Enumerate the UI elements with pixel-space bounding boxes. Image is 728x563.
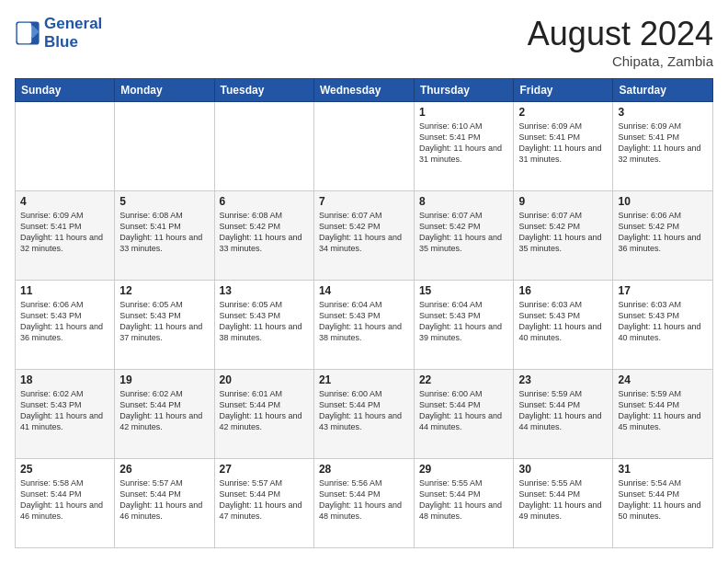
day-info: Sunrise: 6:00 AM Sunset: 5:44 PM Dayligh… bbox=[419, 388, 509, 433]
svg-rect-2 bbox=[17, 22, 31, 42]
day-number: 3 bbox=[618, 106, 708, 119]
calendar-cell: 3Sunrise: 6:09 AM Sunset: 5:41 PM Daylig… bbox=[613, 102, 713, 191]
calendar-cell bbox=[115, 102, 214, 191]
calendar-cell: 2Sunrise: 6:09 AM Sunset: 5:41 PM Daylig… bbox=[514, 102, 613, 191]
title-block: August 2024 Chipata, Zambia bbox=[528, 15, 713, 69]
calendar-body: 1Sunrise: 6:10 AM Sunset: 5:41 PM Daylig… bbox=[16, 102, 713, 548]
day-number: 17 bbox=[618, 284, 708, 297]
day-info: Sunrise: 5:56 AM Sunset: 5:44 PM Dayligh… bbox=[319, 477, 409, 523]
col-saturday: Saturday bbox=[613, 79, 713, 102]
day-info: Sunrise: 6:10 AM Sunset: 5:41 PM Dayligh… bbox=[419, 121, 509, 166]
calendar-cell: 11Sunrise: 6:06 AM Sunset: 5:43 PM Dayli… bbox=[16, 281, 115, 370]
day-number: 31 bbox=[618, 463, 708, 476]
day-info: Sunrise: 6:06 AM Sunset: 5:42 PM Dayligh… bbox=[618, 210, 708, 255]
day-info: Sunrise: 6:07 AM Sunset: 5:42 PM Dayligh… bbox=[419, 210, 509, 255]
calendar-cell: 20Sunrise: 6:01 AM Sunset: 5:44 PM Dayli… bbox=[214, 370, 313, 459]
day-info: Sunrise: 5:58 AM Sunset: 5:44 PM Dayligh… bbox=[20, 477, 109, 523]
calendar-cell: 1Sunrise: 6:10 AM Sunset: 5:41 PM Daylig… bbox=[414, 102, 514, 191]
calendar-cell: 6Sunrise: 6:08 AM Sunset: 5:42 PM Daylig… bbox=[214, 191, 313, 281]
col-sunday: Sunday bbox=[16, 79, 115, 102]
day-number: 1 bbox=[419, 106, 509, 119]
day-info: Sunrise: 6:06 AM Sunset: 5:43 PM Dayligh… bbox=[20, 299, 109, 344]
day-number: 26 bbox=[119, 463, 209, 476]
day-number: 28 bbox=[319, 463, 409, 476]
day-info: Sunrise: 6:08 AM Sunset: 5:41 PM Dayligh… bbox=[119, 210, 209, 255]
calendar-cell: 15Sunrise: 6:04 AM Sunset: 5:43 PM Dayli… bbox=[414, 281, 514, 370]
day-info: Sunrise: 6:04 AM Sunset: 5:43 PM Dayligh… bbox=[319, 299, 409, 344]
calendar-cell: 23Sunrise: 5:59 AM Sunset: 5:44 PM Dayli… bbox=[514, 370, 613, 459]
logo-general: General bbox=[44, 15, 102, 32]
calendar-cell: 4Sunrise: 6:09 AM Sunset: 5:41 PM Daylig… bbox=[16, 191, 115, 281]
month-year: August 2024 bbox=[528, 15, 713, 53]
calendar-cell: 8Sunrise: 6:07 AM Sunset: 5:42 PM Daylig… bbox=[414, 191, 514, 281]
day-info: Sunrise: 5:55 AM Sunset: 5:44 PM Dayligh… bbox=[518, 477, 608, 523]
calendar-cell: 12Sunrise: 6:05 AM Sunset: 5:43 PM Dayli… bbox=[115, 281, 214, 370]
day-info: Sunrise: 6:02 AM Sunset: 5:44 PM Dayligh… bbox=[119, 388, 209, 433]
day-number: 27 bbox=[220, 463, 309, 476]
day-number: 4 bbox=[20, 195, 109, 208]
day-number: 30 bbox=[518, 463, 608, 476]
header-row: Sunday Monday Tuesday Wednesday Thursday… bbox=[16, 79, 713, 102]
day-info: Sunrise: 5:54 AM Sunset: 5:44 PM Dayligh… bbox=[618, 477, 708, 523]
day-number: 21 bbox=[319, 373, 409, 386]
day-number: 15 bbox=[419, 284, 509, 297]
calendar-cell: 10Sunrise: 6:06 AM Sunset: 5:42 PM Dayli… bbox=[613, 191, 713, 281]
calendar-cell: 16Sunrise: 6:03 AM Sunset: 5:43 PM Dayli… bbox=[514, 281, 613, 370]
day-info: Sunrise: 5:57 AM Sunset: 5:44 PM Dayligh… bbox=[220, 477, 309, 523]
col-wednesday: Wednesday bbox=[313, 79, 414, 102]
day-info: Sunrise: 5:59 AM Sunset: 5:44 PM Dayligh… bbox=[518, 388, 608, 433]
calendar-week-4: 18Sunrise: 6:02 AM Sunset: 5:43 PM Dayli… bbox=[16, 370, 713, 459]
location: Chipata, Zambia bbox=[528, 53, 713, 69]
day-number: 18 bbox=[20, 373, 109, 386]
day-number: 13 bbox=[220, 284, 309, 297]
calendar-cell: 13Sunrise: 6:05 AM Sunset: 5:43 PM Dayli… bbox=[214, 281, 313, 370]
calendar-cell: 7Sunrise: 6:07 AM Sunset: 5:42 PM Daylig… bbox=[313, 191, 414, 281]
calendar-week-2: 4Sunrise: 6:09 AM Sunset: 5:41 PM Daylig… bbox=[16, 191, 713, 281]
day-info: Sunrise: 6:09 AM Sunset: 5:41 PM Dayligh… bbox=[20, 210, 109, 255]
calendar-cell: 17Sunrise: 6:03 AM Sunset: 5:43 PM Dayli… bbox=[613, 281, 713, 370]
day-info: Sunrise: 6:02 AM Sunset: 5:43 PM Dayligh… bbox=[20, 388, 109, 433]
calendar-cell: 27Sunrise: 5:57 AM Sunset: 5:44 PM Dayli… bbox=[214, 459, 313, 548]
calendar-cell: 14Sunrise: 6:04 AM Sunset: 5:43 PM Dayli… bbox=[313, 281, 414, 370]
day-number: 16 bbox=[518, 284, 608, 297]
page: General Blue August 2024 Chipata, Zambia… bbox=[0, 0, 728, 563]
calendar-cell: 5Sunrise: 6:08 AM Sunset: 5:41 PM Daylig… bbox=[115, 191, 214, 281]
day-number: 14 bbox=[319, 284, 409, 297]
header: General Blue August 2024 Chipata, Zambia bbox=[15, 15, 713, 69]
logo-blue: Blue bbox=[44, 33, 102, 52]
calendar-cell: 9Sunrise: 6:07 AM Sunset: 5:42 PM Daylig… bbox=[514, 191, 613, 281]
day-number: 25 bbox=[20, 463, 109, 476]
day-number: 7 bbox=[319, 195, 409, 208]
calendar-cell: 21Sunrise: 6:00 AM Sunset: 5:44 PM Dayli… bbox=[313, 370, 414, 459]
day-info: Sunrise: 6:07 AM Sunset: 5:42 PM Dayligh… bbox=[518, 210, 608, 255]
calendar-week-5: 25Sunrise: 5:58 AM Sunset: 5:44 PM Dayli… bbox=[16, 459, 713, 548]
day-info: Sunrise: 6:04 AM Sunset: 5:43 PM Dayligh… bbox=[419, 299, 509, 344]
calendar-week-3: 11Sunrise: 6:06 AM Sunset: 5:43 PM Dayli… bbox=[16, 281, 713, 370]
logo-text: General Blue bbox=[44, 15, 102, 51]
day-info: Sunrise: 6:09 AM Sunset: 5:41 PM Dayligh… bbox=[518, 121, 608, 166]
day-info: Sunrise: 5:55 AM Sunset: 5:44 PM Dayligh… bbox=[419, 477, 509, 523]
day-number: 11 bbox=[20, 284, 109, 297]
day-info: Sunrise: 6:09 AM Sunset: 5:41 PM Dayligh… bbox=[618, 121, 708, 166]
calendar-cell bbox=[214, 102, 313, 191]
day-info: Sunrise: 6:07 AM Sunset: 5:42 PM Dayligh… bbox=[319, 210, 409, 255]
calendar-cell: 26Sunrise: 5:57 AM Sunset: 5:44 PM Dayli… bbox=[115, 459, 214, 548]
logo: General Blue bbox=[15, 15, 102, 51]
calendar-header: Sunday Monday Tuesday Wednesday Thursday… bbox=[16, 79, 713, 102]
day-number: 19 bbox=[119, 373, 209, 386]
calendar-cell bbox=[313, 102, 414, 191]
calendar-cell: 18Sunrise: 6:02 AM Sunset: 5:43 PM Dayli… bbox=[16, 370, 115, 459]
calendar-cell: 30Sunrise: 5:55 AM Sunset: 5:44 PM Dayli… bbox=[514, 459, 613, 548]
day-info: Sunrise: 5:59 AM Sunset: 5:44 PM Dayligh… bbox=[618, 388, 708, 433]
col-thursday: Thursday bbox=[414, 79, 514, 102]
calendar-cell: 25Sunrise: 5:58 AM Sunset: 5:44 PM Dayli… bbox=[16, 459, 115, 548]
calendar-cell: 28Sunrise: 5:56 AM Sunset: 5:44 PM Dayli… bbox=[313, 459, 414, 548]
calendar-cell: 31Sunrise: 5:54 AM Sunset: 5:44 PM Dayli… bbox=[613, 459, 713, 548]
calendar-cell: 29Sunrise: 5:55 AM Sunset: 5:44 PM Dayli… bbox=[414, 459, 514, 548]
day-number: 22 bbox=[419, 373, 509, 386]
day-number: 29 bbox=[419, 463, 509, 476]
day-number: 5 bbox=[119, 195, 209, 208]
calendar-cell: 22Sunrise: 6:00 AM Sunset: 5:44 PM Dayli… bbox=[414, 370, 514, 459]
day-info: Sunrise: 6:03 AM Sunset: 5:43 PM Dayligh… bbox=[618, 299, 708, 344]
day-info: Sunrise: 6:00 AM Sunset: 5:44 PM Dayligh… bbox=[319, 388, 409, 433]
